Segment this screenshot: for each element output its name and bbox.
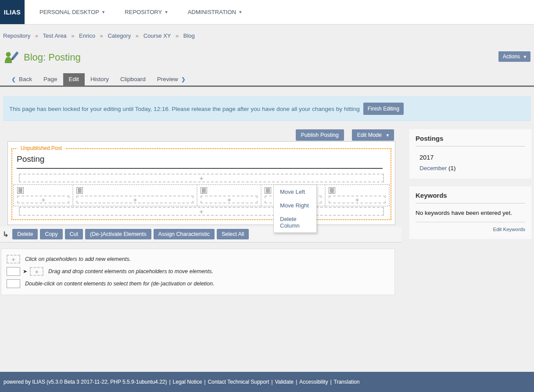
page-header: Blog: Posting Actions ▾: [4, 51, 530, 64]
chevron-right-icon: ❯: [181, 76, 186, 82]
footer-separator: |: [296, 379, 297, 385]
breadcrumb-separator: »: [35, 32, 38, 39]
add-element-placeholder[interactable]: +: [201, 196, 258, 203]
keywords-empty-text: No keywords have been entered yet.: [416, 210, 525, 216]
plus-icon: +: [41, 196, 45, 203]
drag-arrow-icon: ➤: [23, 268, 27, 274]
postings-panel: Postings 2017 December (1): [409, 129, 531, 178]
sidebar: Postings 2017 December (1) Keywords No k…: [409, 129, 531, 247]
add-element-placeholder[interactable]: +: [329, 196, 386, 203]
footer-link-translation[interactable]: Translation: [334, 379, 360, 385]
plus-icon: +: [11, 256, 15, 263]
add-element-placeholder[interactable]: +: [17, 196, 69, 203]
plus-icon: +: [227, 196, 231, 203]
actions-button[interactable]: Actions ▾: [498, 51, 530, 62]
postings-month-count: (1): [448, 165, 456, 171]
breadcrumb-course-xy[interactable]: Course XY: [143, 32, 171, 39]
breadcrumb-enrico[interactable]: Enrico: [79, 32, 95, 39]
unpublished-post-frame: Unpublished Post Posting + + +: [11, 148, 391, 220]
breadcrumb-separator: »: [136, 32, 139, 39]
breadcrumb-separator: »: [176, 32, 179, 39]
menu-label: REPOSITORY: [125, 9, 162, 15]
blog-icon: [4, 51, 18, 64]
placeholder-icon: +: [7, 255, 20, 264]
column-context-menu: Move Left Move Right Delete Column: [273, 185, 317, 233]
main-column: Publish Posting Edit Mode ▾ Unpublished …: [0, 129, 401, 295]
edit-mode-button[interactable]: Edit Mode ▾: [352, 129, 394, 141]
context-menu-move-right[interactable]: Move Right: [274, 199, 316, 212]
column-icon: [265, 187, 271, 194]
breadcrumb-category[interactable]: Category: [108, 32, 131, 39]
menu-personal-desktop[interactable]: PERSONAL DESKTOP ▾: [33, 5, 111, 19]
tab-back[interactable]: ❮ Back: [6, 73, 38, 86]
ilias-logo[interactable]: ILIAS: [0, 0, 25, 24]
column-2[interactable]: +: [73, 185, 197, 206]
select-all-button[interactable]: Select All: [217, 229, 249, 239]
post-title[interactable]: Posting: [17, 154, 383, 169]
deactivate-elements-button[interactable]: (De-)Activate Elements: [85, 229, 151, 239]
breadcrumb-test-area[interactable]: Test Area: [43, 32, 66, 39]
column-1[interactable]: +: [13, 185, 73, 206]
breadcrumb-repository[interactable]: Repository: [3, 32, 30, 39]
keywords-panel-title: Keywords: [416, 192, 525, 203]
tab-edit[interactable]: Edit: [63, 73, 85, 86]
column-icon: [17, 187, 24, 194]
footer-link-accessibility[interactable]: Accessibility: [299, 379, 328, 385]
selection-toolbar: ↳ Delete Copy Cut (De-)Activate Elements…: [0, 227, 401, 242]
column-icon: [76, 187, 83, 194]
help-row: ➤ + Drag and drop content elements on pl…: [7, 267, 389, 276]
lock-message-text: This page has been locked for your editi…: [9, 106, 360, 112]
context-menu-delete-column[interactable]: Delete Column: [274, 212, 316, 232]
caret-down-icon: ▾: [165, 10, 168, 14]
postings-month-row: December (1): [419, 165, 525, 171]
plus-icon: +: [200, 208, 204, 215]
tab-clipboard[interactable]: Clipboard: [115, 73, 151, 86]
unpublished-post-label: Unpublished Post: [17, 145, 65, 151]
assign-characteristic-button[interactable]: Assign Characteristic: [154, 229, 215, 239]
footer-link-contact-support[interactable]: Contact Technical Support: [208, 379, 269, 385]
plus-icon: +: [200, 175, 204, 182]
content-area: Publish Posting Edit Mode ▾ Unpublished …: [0, 129, 534, 295]
context-menu-move-left[interactable]: Move Left: [274, 185, 316, 199]
tab-page[interactable]: Page: [38, 73, 63, 86]
add-element-placeholder[interactable]: +: [76, 196, 194, 203]
selection-arrow-icon: ↳: [3, 231, 9, 238]
delete-button[interactable]: Delete: [12, 229, 38, 239]
menu-repository[interactable]: REPOSITORY ▾: [118, 5, 173, 19]
postings-panel-title: Postings: [416, 135, 525, 146]
posting-toolbar: Publish Posting Edit Mode ▾: [0, 129, 401, 141]
edit-keywords-link[interactable]: Edit Keywords: [493, 227, 525, 232]
top-navigation-bar: ILIAS PERSONAL DESKTOP ▾ REPOSITORY ▾ AD…: [0, 0, 534, 25]
menu-label: ADMINISTRATION: [188, 9, 236, 15]
cut-button[interactable]: Cut: [65, 229, 83, 239]
add-element-placeholder-bottom[interactable]: +: [19, 207, 384, 216]
footer-separator: |: [330, 379, 331, 385]
menu-administration[interactable]: ADMINISTRATION ▾: [182, 5, 248, 19]
tab-bar: ❮ Back Page Edit History Clipboard Previ…: [0, 73, 534, 87]
caret-down-icon: ▾: [102, 10, 105, 14]
tab-preview[interactable]: Preview ❯: [151, 73, 191, 86]
content-element-icon: [7, 267, 20, 276]
footer-link-validate[interactable]: Validate: [275, 379, 293, 385]
main-menu: PERSONAL DESKTOP ▾ REPOSITORY ▾ ADMINIST…: [33, 0, 255, 24]
column-3[interactable]: +: [197, 185, 262, 206]
breadcrumb: Repository » Test Area » Enrico » Catego…: [0, 25, 534, 45]
add-element-placeholder-top[interactable]: +: [19, 174, 384, 182]
tab-history[interactable]: History: [85, 73, 115, 86]
tab-label: Edit: [69, 76, 79, 82]
column-5[interactable]: +: [326, 185, 390, 206]
help-text: Click on placeholders to add new element…: [25, 256, 131, 262]
breadcrumb-separator: »: [100, 32, 103, 39]
postings-month-link[interactable]: December: [419, 165, 447, 171]
footer-link-legal-notice[interactable]: Legal Notice: [173, 379, 202, 385]
postings-year: 2017: [419, 154, 525, 161]
publish-posting-button[interactable]: Publish Posting: [296, 129, 344, 141]
column-icon: [329, 187, 335, 194]
footer-separator: |: [271, 379, 272, 385]
breadcrumb-blog[interactable]: Blog: [183, 32, 195, 39]
copy-button[interactable]: Copy: [40, 229, 62, 239]
tab-label: History: [90, 76, 109, 82]
plus-icon: +: [133, 196, 137, 203]
finish-editing-button[interactable]: Finish Editing: [363, 103, 404, 115]
chevron-left-icon: ❮: [11, 76, 16, 82]
